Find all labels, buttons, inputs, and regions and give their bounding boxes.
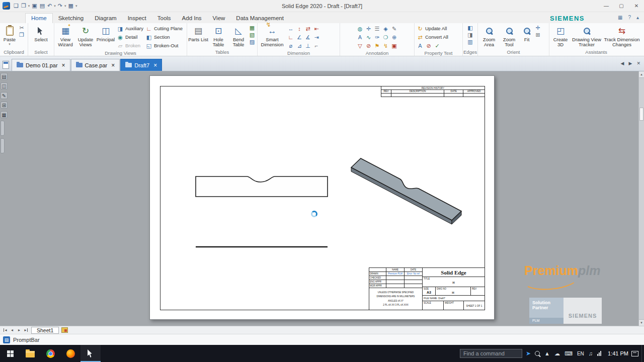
sheet-setup-icon[interactable]: ▦ [68, 2, 74, 10]
parts-list-button[interactable]: ▤ Parts List [188, 24, 208, 42]
zoom-tool-button[interactable]: Zoom Tool [499, 24, 519, 47]
annotation-tool-icon[interactable]: ▽ [357, 42, 364, 49]
create-3d-button[interactable]: ◰ Create 3D [550, 24, 571, 47]
tab-home[interactable]: Home [25, 13, 53, 23]
undo-dropdown-icon[interactable]: ▾ [54, 4, 56, 8]
tab-view[interactable]: View [207, 14, 231, 23]
dimension-tool-icon[interactable]: ⌐ [313, 42, 320, 49]
broken-button[interactable]: ▱ Broken [116, 41, 144, 50]
tab-inspect[interactable]: Inspect [122, 14, 152, 23]
vertical-scrollbar[interactable]: ▲ ▼ [638, 71, 644, 326]
language-indicator[interactable]: EN [577, 351, 584, 356]
annotation-tool-icon[interactable]: ▣ [391, 42, 398, 49]
dock-tool-icon[interactable]: ⊞ [1, 102, 8, 109]
property-tool-icon[interactable]: ⊘ [425, 42, 432, 49]
cut-icon[interactable]: ✂ [18, 24, 25, 31]
pan-icon[interactable]: ✛ [534, 24, 541, 31]
scroll-down-icon[interactable]: ▼ [639, 319, 644, 326]
bend-table-button[interactable]: ◺ Bend Table [228, 24, 249, 47]
firefox-button[interactable] [60, 345, 80, 362]
tab-scroll-right-icon[interactable]: ▶ [629, 61, 632, 66]
save-icon[interactable]: ▣ [31, 2, 37, 10]
annotation-tool-icon[interactable]: ✑ [374, 34, 381, 41]
tab-tools[interactable]: Tools [152, 14, 177, 23]
annotation-tool-icon[interactable]: ☰ [374, 25, 381, 32]
open-document-icon[interactable]: ❐ [21, 2, 27, 10]
open-dropdown-icon[interactable]: ▾ [28, 4, 30, 8]
first-sheet-button[interactable]: ◂ [2, 327, 9, 333]
principal-button[interactable]: ◫ Principal [96, 24, 116, 42]
dock-tool-icon[interactable]: ✎ [1, 92, 8, 99]
annotation-tool-icon[interactable]: ↯ [382, 42, 389, 49]
previous-sheet-button[interactable]: ◂ [9, 327, 16, 333]
dock-tool-icon[interactable]: ▤ [1, 73, 8, 80]
start-button[interactable] [0, 345, 20, 362]
close-button[interactable]: ✕ [629, 0, 644, 12]
action-center-icon[interactable] [631, 351, 638, 356]
auxiliary-button[interactable]: ◨ Auxiliary [116, 24, 144, 33]
broken-out-button[interactable]: ◱ Broken-Out [144, 41, 184, 50]
maximize-button[interactable]: ▢ [614, 0, 629, 12]
copy-icon[interactable]: ❐ [18, 31, 25, 38]
update-all-button[interactable]: ↻ Update All [416, 24, 449, 33]
annotation-tool-icon[interactable]: ◍ [357, 25, 364, 32]
next-sheet-button[interactable]: ▸ [16, 327, 23, 333]
tab-add-ins[interactable]: Add Ins [177, 14, 207, 23]
show-desktop-button[interactable] [641, 345, 644, 362]
keyboard-icon[interactable]: ⌨ [565, 350, 573, 357]
property-tool-icon[interactable]: ✓ [434, 42, 441, 49]
scrollbar-thumb[interactable] [639, 108, 643, 121]
tab-close-icon[interactable]: × [153, 63, 157, 68]
tab-close-icon[interactable]: × [62, 63, 65, 68]
window-view-icon[interactable]: ⊞ [534, 31, 541, 38]
paste-button[interactable]: Paste ▾ [1, 24, 18, 46]
dimension-tool-icon[interactable]: ⊥ [304, 42, 311, 49]
annotation-tool-icon[interactable]: ⚑ [374, 42, 381, 49]
edge-tool-icon[interactable]: ◨ [467, 31, 474, 38]
paste-dropdown-icon[interactable]: ▾ [9, 42, 11, 46]
volume-icon[interactable]: ♫ [589, 350, 593, 356]
dock-tool-icon[interactable]: ◫ [1, 82, 8, 89]
dimension-tool-icon[interactable]: ∟ [287, 34, 294, 41]
dock-panel-tab[interactable] [1, 138, 5, 153]
hole-table-button[interactable]: ⊡ Hole Table [208, 24, 228, 47]
dock-tool-icon[interactable]: ▦ [1, 111, 8, 118]
dimension-tool-icon[interactable]: ⇄ [304, 25, 311, 32]
run-command-icon[interactable]: ➤ [526, 350, 531, 357]
table-tool-icon[interactable]: ▦ [249, 24, 256, 31]
network-icon[interactable] [597, 351, 601, 356]
edge-tool-icon[interactable]: ◧ [467, 24, 474, 31]
drawing-workspace[interactable]: ▤ ◫ ✎ ⊞ ▦ REVISI [0, 71, 644, 326]
doc-tab-demo01[interactable]: Demo 01.par × [12, 59, 70, 71]
new-document-icon[interactable]: ❏ [13, 2, 19, 10]
annotation-tool-icon[interactable]: ∿ [365, 34, 372, 41]
scroll-up-icon[interactable]: ▲ [639, 71, 644, 78]
cloud-icon[interactable]: ☁ [554, 350, 560, 357]
app-logo-icon[interactable] [3, 2, 10, 10]
cutting-plane-button[interactable]: ∟ Cutting Plane [144, 24, 184, 33]
annotation-tool-icon[interactable]: ❍ [382, 34, 389, 41]
dimension-tool-icon[interactable]: ∡ [304, 34, 311, 41]
tab-diagram[interactable]: Diagram [89, 14, 122, 23]
doc-tab-draft7[interactable]: Draft7 × [120, 59, 162, 71]
annotation-tool-icon[interactable]: ◈ [382, 25, 389, 32]
dimension-tool-icon[interactable]: ⌀ [287, 42, 294, 49]
tab-close-all-icon[interactable]: ✕ [636, 61, 640, 66]
background-sheet-icon[interactable] [61, 327, 68, 333]
table-tool-icon[interactable]: ▨ [249, 38, 256, 45]
update-views-button[interactable]: ↻ Update Views [75, 24, 96, 47]
find-command-input[interactable] [460, 349, 522, 358]
view-wizard-button[interactable]: ▦ ✦ View Wizard [55, 24, 75, 47]
smart-dimension-button[interactable]: ↔ ↯ Smart Dimension [259, 24, 286, 47]
dimension-tool-icon[interactable]: ∠ [296, 34, 303, 41]
file-explorer-button[interactable] [20, 345, 40, 362]
last-sheet-button[interactable]: ▸ [23, 327, 30, 333]
annotation-tool-icon[interactable]: ✛ [365, 25, 372, 32]
dock-panel-tab[interactable] [1, 121, 5, 136]
search-icon[interactable] [534, 350, 541, 357]
collapse-ribbon-icon[interactable]: ▴ [636, 15, 639, 20]
fit-button[interactable]: Fit [519, 24, 534, 42]
convert-all-button[interactable]: ⇄ Convert All [416, 33, 449, 41]
tab-close-icon[interactable]: × [111, 63, 115, 68]
track-dimension-changes-button[interactable]: ⇆ Track Dimension Changes [603, 24, 641, 47]
